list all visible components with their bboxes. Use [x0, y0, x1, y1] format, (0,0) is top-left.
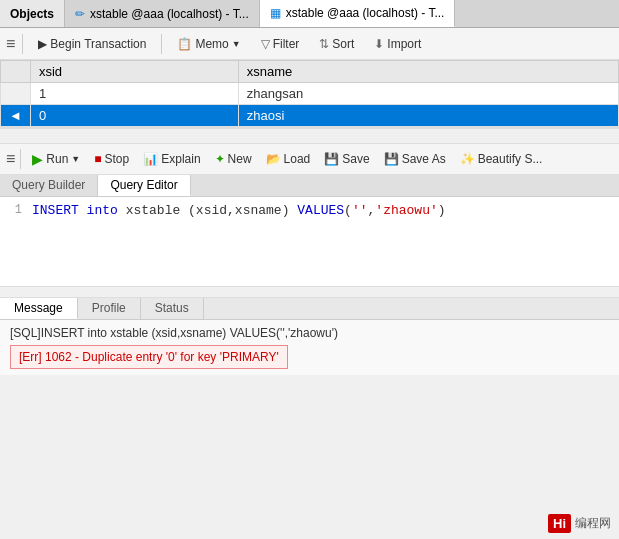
sql-message: [SQL]INSERT into xstable (xsid,xsname) V… — [10, 326, 609, 340]
beautify-label: Beautify S... — [478, 152, 543, 166]
query-toolbar: ≡ ▶ Run ▼ ■ Stop 📊 Explain ✦ New 📂 Load … — [0, 143, 619, 175]
table-row[interactable]: ◄ 0 zhaosi — [1, 105, 619, 127]
separator-2 — [161, 34, 162, 54]
tab-table2-icon: ▦ — [270, 6, 281, 20]
new-label: New — [228, 152, 252, 166]
load-icon: 📂 — [266, 152, 281, 166]
row-marker-header — [1, 61, 31, 83]
sort-button[interactable]: ⇅ Sort — [311, 35, 362, 53]
beautify-button[interactable]: ✨ Beautify S... — [454, 150, 549, 168]
tab-query-builder[interactable]: Query Builder — [0, 175, 98, 196]
table-toolbar: ≡ ▶ Begin Transaction 📋 Memo ▼ ▽ Filter … — [0, 28, 619, 60]
hamburger-menu-icon[interactable]: ≡ — [6, 35, 15, 53]
begin-transaction-button[interactable]: ▶ Begin Transaction — [30, 35, 154, 53]
sort-label: Sort — [332, 37, 354, 51]
message-tabs: Message Profile Status — [0, 298, 619, 320]
run-button[interactable]: ▶ Run ▼ — [26, 149, 86, 169]
data-table: xsid xsname 1 zhangsan ◄ 0 zhaosi — [0, 60, 619, 127]
run-icon: ▶ — [32, 151, 43, 167]
save-icon: 💾 — [324, 152, 339, 166]
filter-button[interactable]: ▽ Filter — [253, 35, 308, 53]
row-2-xsname: zhaosi — [238, 105, 618, 127]
load-label: Load — [284, 152, 311, 166]
run-dropdown-icon: ▼ — [71, 154, 80, 164]
save-label: Save — [342, 152, 369, 166]
query-editor-label: Query Editor — [110, 178, 177, 192]
import-button[interactable]: ⬇ Import — [366, 35, 429, 53]
separator-3 — [20, 149, 21, 169]
table-area: xsid xsname 1 zhangsan ◄ 0 zhaosi — [0, 60, 619, 129]
load-button[interactable]: 📂 Load — [260, 150, 317, 168]
memo-icon: 📋 — [177, 37, 192, 51]
separator-1 — [22, 34, 23, 54]
code-editor[interactable]: 1 INSERT into xstable (xsid,xsname) VALU… — [0, 197, 619, 287]
tab-query-editor[interactable]: Query Editor — [98, 175, 190, 196]
memo-dropdown-icon: ▼ — [232, 39, 241, 49]
explain-label: Explain — [161, 152, 200, 166]
col-header-xsid[interactable]: xsid — [30, 61, 238, 83]
error-message: [Err] 1062 - Duplicate entry '0' for key… — [10, 345, 288, 369]
tab-message[interactable]: Message — [0, 298, 78, 319]
import-label: Import — [387, 37, 421, 51]
tab-objects[interactable]: Objects — [0, 0, 65, 27]
save-button[interactable]: 💾 Save — [318, 150, 375, 168]
message-area: Message Profile Status [SQL]INSERT into … — [0, 297, 619, 375]
run-label: Run — [46, 152, 68, 166]
tab-profile[interactable]: Profile — [78, 298, 141, 319]
filter-icon: ▽ — [261, 37, 270, 51]
message-content: [SQL]INSERT into xstable (xsid,xsname) V… — [0, 320, 619, 375]
row-1-marker — [1, 83, 31, 105]
tab-bar: Objects ✏ xstable @aaa (localhost) - T..… — [0, 0, 619, 28]
row-1-xsid: 1 — [30, 83, 238, 105]
stop-label: Stop — [105, 152, 130, 166]
watermark: Hi 编程网 — [548, 514, 611, 533]
row-2-xsid: 0 — [30, 105, 238, 127]
table-row[interactable]: 1 zhangsan — [1, 83, 619, 105]
tab-table1[interactable]: ✏ xstable @aaa (localhost) - T... — [65, 0, 260, 27]
save-as-icon: 💾 — [384, 152, 399, 166]
tab-table2[interactable]: ▦ xstable @aaa (localhost) - T... — [260, 0, 456, 27]
beautify-icon: ✨ — [460, 152, 475, 166]
memo-button[interactable]: 📋 Memo ▼ — [169, 35, 248, 53]
watermark-site: 编程网 — [575, 515, 611, 532]
row-1-xsname: zhangsan — [238, 83, 618, 105]
new-button[interactable]: ✦ New — [209, 150, 258, 168]
memo-label: Memo — [195, 37, 228, 51]
tab-table2-label: xstable @aaa (localhost) - T... — [286, 6, 445, 20]
code-content[interactable]: INSERT into xstable (xsid,xsname) VALUES… — [32, 203, 446, 280]
col-header-xsname[interactable]: xsname — [238, 61, 618, 83]
import-icon: ⬇ — [374, 37, 384, 51]
save-as-label: Save As — [402, 152, 446, 166]
line-number: 1 — [8, 203, 22, 280]
status-tab-label: Status — [155, 301, 189, 315]
objects-tab-label: Objects — [10, 7, 54, 21]
query-tabs: Query Builder Query Editor — [0, 175, 619, 197]
query-hamburger-icon[interactable]: ≡ — [6, 150, 15, 168]
query-builder-label: Query Builder — [12, 178, 85, 192]
begin-transaction-label: Begin Transaction — [50, 37, 146, 51]
stop-icon: ■ — [94, 152, 101, 166]
section-gap-2 — [0, 287, 619, 297]
explain-icon: 📊 — [143, 152, 158, 166]
watermark-logo: Hi — [548, 514, 571, 533]
section-gap-1 — [0, 129, 619, 143]
tab-table1-icon: ✏ — [75, 7, 85, 21]
save-as-button[interactable]: 💾 Save As — [378, 150, 452, 168]
tab-table1-label: xstable @aaa (localhost) - T... — [90, 7, 249, 21]
filter-label: Filter — [273, 37, 300, 51]
message-tab-label: Message — [14, 301, 63, 315]
stop-button[interactable]: ■ Stop — [88, 150, 135, 168]
sort-icon: ⇅ — [319, 37, 329, 51]
begin-transaction-icon: ▶ — [38, 37, 47, 51]
explain-button[interactable]: 📊 Explain — [137, 150, 206, 168]
profile-tab-label: Profile — [92, 301, 126, 315]
tab-status[interactable]: Status — [141, 298, 204, 319]
row-2-marker: ◄ — [1, 105, 31, 127]
new-icon: ✦ — [215, 152, 225, 166]
